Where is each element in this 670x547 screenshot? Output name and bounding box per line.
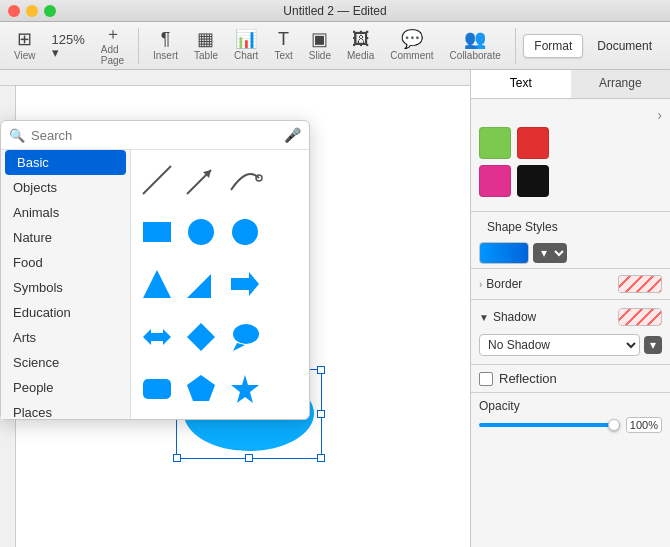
swatch-row-2 [479,165,662,197]
shape-circle[interactable] [183,210,219,254]
svg-marker-13 [233,343,245,351]
slide-group[interactable]: ▣ Slide [303,26,337,65]
shape-curve[interactable] [227,158,263,202]
swatch-red[interactable] [517,127,549,159]
search-icon: 🔍 [9,128,25,143]
opacity-row: 100% [479,417,662,433]
category-arts[interactable]: Arts [1,325,130,350]
shadow-label: Shadow [493,310,536,324]
category-nature[interactable]: Nature [1,225,130,250]
shape-speech[interactable] [227,315,263,359]
handle-bottom-right[interactable] [317,454,325,462]
shapes-dropdown: 🔍 🎤 Basic Objects Animals Nature Food Sy… [0,120,310,420]
collaborate-group[interactable]: 👥 Collaborate [444,26,507,65]
shape-style-preview[interactable] [479,242,529,264]
handle-top-right[interactable] [317,366,325,374]
shape-rectangle[interactable] [139,210,175,254]
shadow-header[interactable]: ▼ Shadow [479,304,662,330]
border-color-preview[interactable] [618,275,662,293]
swatch-pink[interactable] [479,165,511,197]
shadow-type-select[interactable]: No Shadow [479,334,640,356]
add-page-group[interactable]: ＋ Add Page [95,22,131,70]
shape-right-triangle[interactable] [183,262,219,306]
slide-icon: ▣ [311,30,328,48]
shape-line[interactable] [139,158,175,202]
chart-label: Chart [234,50,258,61]
svg-marker-9 [231,272,259,296]
swatch-green[interactable] [479,127,511,159]
shape-double-arrow[interactable] [139,315,175,359]
svg-rect-4 [143,222,171,242]
insert-label: Insert [153,50,178,61]
category-education[interactable]: Education [1,300,130,325]
border-chevron-icon: › [479,279,482,290]
category-people[interactable]: People [1,375,130,400]
window-controls[interactable] [8,5,56,17]
category-food[interactable]: Food [1,250,130,275]
shape-empty3 [271,262,301,306]
handle-bottom-left[interactable] [173,454,181,462]
shape-arrow[interactable] [183,158,219,202]
shapes-grid [131,150,309,419]
svg-rect-14 [143,379,171,399]
color-arrow-right[interactable]: › [657,107,662,123]
swatch-black[interactable] [517,165,549,197]
category-basic[interactable]: Basic [5,150,126,175]
shape-star[interactable] [227,367,263,411]
comment-group[interactable]: 💬 Comment [384,26,439,65]
category-animals[interactable]: Animals [1,200,130,225]
shape-arrow-right[interactable] [227,262,263,306]
tab-arrange[interactable]: Arrange [571,70,671,98]
shape-diamond[interactable] [183,315,219,359]
shadow-color-preview[interactable] [618,308,662,326]
table-group[interactable]: ▦ Table [188,26,224,65]
main-toolbar: ⊞ View 125% ▾ 125% ＋ Add Page ¶ Insert ▦… [0,22,670,70]
media-group[interactable]: 🖼 Media [341,26,380,65]
search-input[interactable] [31,128,278,143]
shape-triangle[interactable] [139,262,175,306]
collaborate-icon: 👥 [464,30,486,48]
shape-style-dropdown[interactable]: ▾ [533,243,567,263]
view-icon: ⊞ [17,30,32,48]
text-group[interactable]: T Text [268,26,298,65]
zoom-group[interactable]: 125% ▾ 125% [46,29,91,63]
document-button[interactable]: Document [587,35,662,57]
category-symbols[interactable]: Symbols [1,275,130,300]
canvas-area[interactable]: 🔍 🎤 Basic Objects Animals Nature Food Sy… [0,70,470,547]
shape-empty [271,158,301,202]
shape-rounded-rect[interactable] [139,367,175,411]
shape-styles-section: Shape Styles ▾ [471,211,670,268]
insert-group[interactable]: ¶ Insert [147,26,184,65]
shape-empty4 [271,315,301,359]
reflection-label: Reflection [499,371,557,386]
minimize-button[interactable] [26,5,38,17]
maximize-button[interactable] [44,5,56,17]
reflection-checkbox[interactable] [479,372,493,386]
shadow-expand-button[interactable]: ▾ [644,336,662,354]
border-section-header[interactable]: › Border [471,268,670,299]
category-objects[interactable]: Objects [1,175,130,200]
swatch-row-1 [479,127,662,159]
view-group[interactable]: ⊞ View [8,26,42,65]
handle-bottom-center[interactable] [245,454,253,462]
handle-middle-right[interactable] [317,410,325,418]
shape-pentagon[interactable] [183,367,219,411]
tab-text[interactable]: Text [471,70,571,98]
text-icon: T [278,30,289,48]
chart-icon: 📊 [235,30,257,48]
opacity-slider[interactable] [479,423,620,427]
media-label: Media [347,50,374,61]
category-places[interactable]: Places [1,400,130,419]
close-button[interactable] [8,5,20,17]
toolbar-right: Format Document [523,34,662,58]
chart-group[interactable]: 📊 Chart [228,26,264,65]
search-bar[interactable]: 🔍 🎤 [1,121,309,150]
svg-point-12 [233,324,259,344]
shape-circle2[interactable] [227,210,263,254]
format-button[interactable]: Format [523,34,583,58]
right-panel: Text Arrange › Shape Styles ▾ [470,70,670,547]
category-science[interactable]: Science [1,350,130,375]
table-icon: ▦ [197,30,214,48]
shadow-open-icon: ▼ [479,312,489,323]
view-label: View [14,50,36,61]
